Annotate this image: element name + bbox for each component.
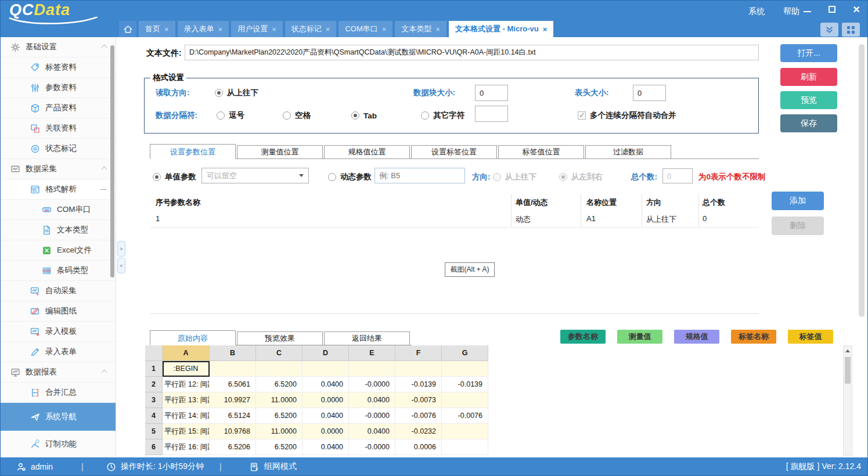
tab-filter-data[interactable]: 过滤数据	[585, 145, 671, 158]
separator-comma-radio[interactable]: 逗号	[217, 110, 244, 121]
legend-spec-value[interactable]: 规格值	[674, 330, 719, 344]
tab-set-param-position[interactable]: 设置参数位置	[150, 144, 236, 159]
sheet-col-header[interactable]: G	[442, 345, 488, 361]
sheet-cell[interactable]: 0.0000	[302, 392, 349, 408]
total-count-input[interactable]	[662, 168, 693, 183]
sheet-cell[interactable]	[442, 439, 488, 455]
tab-label-value-position[interactable]: 标签值位置	[498, 145, 584, 158]
direction-left-right-radio[interactable]: 从左到右	[559, 171, 603, 183]
close-icon[interactable]	[164, 25, 169, 34]
sidebar-item-auto-collect[interactable]: 自动采集	[0, 281, 116, 301]
sheet-cell[interactable]: -0.0000	[349, 377, 395, 392]
single-param-radio[interactable]: 单值参数	[153, 171, 196, 183]
sheet-col-header[interactable]: C	[256, 345, 302, 361]
legend-measure-value[interactable]: 测量值	[617, 330, 662, 344]
sidebar-item-status-mark[interactable]: 状态标记	[0, 139, 116, 159]
sidebar-item-format-parse[interactable]: 格式解析	[0, 179, 116, 200]
sidebar-item-com-port[interactable]: COM串口	[0, 200, 116, 220]
sheet-row-header[interactable]: 6	[145, 439, 163, 455]
tab-homepage[interactable]: 首页	[139, 21, 175, 37]
sidebar-item-entry-form[interactable]: 录入表单	[0, 342, 116, 362]
sidebar-item-tags[interactable]: 标签资料	[0, 57, 116, 78]
sheet-cell[interactable]: -0.0073	[395, 392, 442, 408]
close-icon[interactable]	[382, 25, 387, 34]
tab-measure-position[interactable]: 测量值位置	[237, 145, 323, 158]
close-icon[interactable]	[543, 25, 548, 34]
sheet-cell[interactable]: 11.0000	[256, 392, 302, 408]
sidebar-item-custom-functions[interactable]: 订制功能	[0, 431, 116, 457]
sheet-col-header[interactable]: E	[349, 345, 395, 361]
sheet-row-header[interactable]: 1	[145, 361, 163, 377]
scrollbar-thumb[interactable]	[845, 357, 851, 384]
sheet-cell[interactable]: -0.0139	[395, 377, 442, 392]
chevron-up-icon[interactable]	[102, 369, 107, 375]
tab-text-type[interactable]: 文本类型	[395, 21, 446, 37]
sheet-row-header[interactable]: 4	[145, 408, 163, 424]
sheet-cell[interactable]: 平行距 16: 间距	[163, 439, 209, 455]
tab-entry-form[interactable]: 录入表单	[178, 21, 229, 37]
sidebar-item-merge-summary[interactable]: 合并汇总	[0, 383, 116, 403]
tab-spec-position[interactable]: 规格值位置	[324, 145, 410, 158]
sheet-cell[interactable]: -0.0139	[442, 377, 488, 392]
refresh-button[interactable]: 刷新	[780, 68, 837, 86]
sheet-cell[interactable]: 6.5206	[210, 439, 256, 455]
main-scrollbar[interactable]	[859, 44, 865, 317]
sheet-cell-selected[interactable]: :BEGIN	[163, 361, 210, 377]
save-button[interactable]: 保存	[780, 114, 837, 132]
sheet-cell[interactable]: 0.0000	[302, 424, 349, 439]
sheet-cell[interactable]: 11.0000	[256, 424, 302, 439]
separator-tab-radio[interactable]: Tab	[351, 110, 377, 121]
dynamic-param-input[interactable]	[374, 168, 465, 183]
file-path-input[interactable]	[185, 45, 759, 60]
sidebar-item-excel-file[interactable]: Excel文件	[0, 240, 116, 261]
sidebar-group-basic-settings[interactable]: 基础设置	[0, 37, 116, 57]
sheet-cell[interactable]	[349, 361, 395, 377]
menu-system[interactable]: 系统	[748, 6, 765, 17]
sheet-cell[interactable]: 6.5200	[256, 377, 302, 392]
sheet-cell[interactable]: 平行距 14: 间距	[163, 408, 209, 423]
sheet-cell[interactable]: 10.9768	[210, 424, 256, 439]
menu-help[interactable]: 帮助	[783, 6, 799, 17]
close-icon[interactable]	[435, 25, 440, 34]
add-button[interactable]: 添加	[772, 192, 824, 210]
tab-user-settings[interactable]: 用户设置	[231, 21, 283, 37]
sheet-row-header[interactable]: 5	[145, 424, 163, 439]
panel-expand-button[interactable]	[117, 241, 125, 257]
sidebar-item-edit-drawing[interactable]: 编辑图纸	[0, 301, 116, 322]
close-icon[interactable]	[326, 25, 330, 34]
tab-home-icon-button[interactable]	[119, 21, 136, 37]
sheet-cell[interactable]: 0.0400	[349, 392, 395, 408]
sidebar-item-barcode-type[interactable]: 条码类型	[0, 261, 116, 281]
cell-dir[interactable]: 从上往下	[646, 214, 676, 225]
sheet-cell[interactable]: -0.0232	[395, 424, 442, 439]
collapse-minus-icon[interactable]	[100, 189, 106, 190]
sheet-cell[interactable]: 0.0400	[302, 377, 349, 392]
sheet-cell[interactable]: 平行距 15: 间距	[163, 424, 209, 439]
sidebar-item-products[interactable]: 产品资料	[0, 98, 116, 118]
sheet-col-header[interactable]: D	[302, 345, 349, 361]
preview-button[interactable]: 预览	[780, 91, 837, 109]
sheet-cell[interactable]: 6.5061	[210, 377, 256, 392]
sheet-col-header[interactable]: F	[395, 345, 442, 361]
legend-param-name[interactable]: 参数名称	[560, 330, 606, 344]
maximize-button[interactable]	[829, 6, 835, 13]
sidebar-item-system-nav[interactable]: 系统导航	[0, 403, 116, 431]
close-window-button[interactable]: ×	[853, 5, 860, 14]
sheet-cell[interactable]: 6.5124	[210, 408, 256, 424]
scroll-up-icon[interactable]	[844, 346, 852, 355]
sheet-cell[interactable]: -0.0076	[395, 408, 442, 424]
sidebar-group-data-collect[interactable]: 数据采集	[0, 159, 116, 179]
cell-total[interactable]: 0	[703, 214, 707, 223]
cell-type[interactable]: 动态	[516, 214, 531, 225]
sheet-cell[interactable]: 10.9927	[210, 392, 256, 408]
tab-status-mark[interactable]: 状态标记	[285, 21, 337, 37]
sheet-cell[interactable]: 0.0400	[349, 424, 395, 439]
sheet-scrollbar[interactable]	[843, 345, 852, 456]
sheet-col-header[interactable]: A	[163, 345, 210, 361]
sheet-row-header[interactable]: 3	[145, 392, 163, 408]
legend-tag-name[interactable]: 标签名称	[731, 330, 776, 344]
tab-list-button[interactable]	[842, 23, 860, 37]
tab-text-format-settings-active[interactable]: 文本格式设置 - Micro-vu	[449, 21, 553, 37]
cell-pos[interactable]: A1	[586, 214, 596, 223]
sidebar-scrollbar[interactable]	[110, 45, 114, 277]
